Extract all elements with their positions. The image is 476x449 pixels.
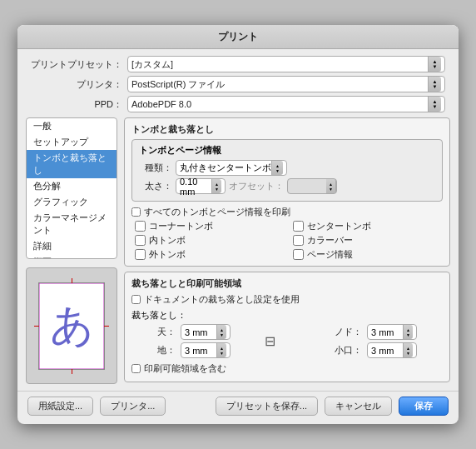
sidebar-item-general[interactable]: 一般 — [27, 118, 117, 134]
printer-label: プリンタ： — [31, 78, 122, 91]
printer-arrows[interactable] — [428, 77, 441, 92]
bleed-section: 裁ち落とし： 天： 3 mm ⊟ ノド： 3 mm 地： — [131, 309, 443, 358]
right-input[interactable]: 3 mm — [367, 324, 417, 340]
print-dialog: プリント プリントプリセット： [カスタム] プリンタ： PostScript(… — [17, 25, 459, 424]
bleed-section-label: 裁ち落とし： — [131, 309, 443, 322]
sidebar: 一般 セットアップ トンボと裁ち落とし 色分解 グラフィック カラーマネージメン… — [26, 117, 117, 384]
printer-button[interactable]: プリンタ... — [100, 397, 166, 416]
preview-char: あ — [50, 304, 94, 347]
bleed-panel: 裁ち落としと印刷可能領域 ドキュメントの裁ち落とし設定を使用 裁ち落とし： 天：… — [124, 272, 450, 382]
link-icon: ⊟ — [261, 333, 278, 349]
sidebar-item-summary[interactable]: 概要 — [27, 254, 117, 259]
all-marks-checkbox[interactable] — [131, 207, 141, 217]
preset-row: プリントプリセット： [カスタム] — [31, 56, 445, 72]
corner-marks-checkbox[interactable] — [135, 221, 146, 232]
type-arrows[interactable] — [271, 161, 283, 175]
offset-arrows[interactable] — [326, 179, 336, 193]
ppd-arrows[interactable] — [428, 97, 441, 112]
color-bar-label: カラーバー — [307, 234, 353, 247]
doc-bleed-label: ドキュメントの裁ち落とし設定を使用 — [144, 293, 300, 306]
ppd-row: PPD： AdobePDF 8.0 — [31, 96, 445, 112]
printer-row: プリンタ： PostScript(R) ファイル — [31, 76, 445, 92]
sidebar-item-color-mgmt[interactable]: カラーマネージメント — [27, 210, 117, 238]
preset-label: プリントプリセット： — [31, 58, 122, 71]
type-select[interactable]: 丸付きセンタートンボ — [176, 160, 287, 176]
top-arrows[interactable] — [216, 325, 226, 339]
doc-bleed-row: ドキュメントの裁ち落とし設定を使用 — [131, 293, 443, 306]
right-panel: トンボと裁ち落とし トンボとページ情報 種類： 丸付きセンタートンボ 太さ： 0… — [117, 117, 450, 384]
save-preset-button[interactable]: プリセットを保存... — [216, 397, 318, 416]
inner-marks-label: 内トンボ — [149, 234, 186, 247]
type-label: 種類： — [139, 162, 172, 174]
bottom-input[interactable]: 3 mm — [181, 342, 231, 358]
preview-area: あ — [26, 267, 117, 384]
thickness-input[interactable]: 0.10 mm — [176, 178, 226, 194]
thickness-label: 太さ： — [139, 180, 172, 192]
corner-marks-label: コーナートンボ — [149, 220, 213, 232]
bottom-bar: 用紙設定... プリンタ... プリセットを保存... キャンセル 保存 — [17, 391, 459, 424]
sidebar-list: 一般 セットアップ トンボと裁ち落とし 色分解 グラフィック カラーマネージメン… — [26, 117, 117, 259]
right-label: ノド： — [309, 326, 362, 338]
bleed-panel-title: 裁ち落としと印刷可能領域 — [131, 277, 443, 290]
printable-area-label: 印刷可能領域を含む — [144, 362, 226, 375]
checkboxes-grid: コーナートンボ センタートンボ 内トンボ カラーバー — [131, 220, 443, 261]
marks-inner-title: トンボとページ情報 — [139, 144, 435, 157]
left-label: 小口： — [309, 344, 362, 357]
preview-inner: あ — [38, 282, 105, 370]
sidebar-item-setup[interactable]: セットアップ — [27, 134, 117, 150]
sidebar-item-color-sep[interactable]: 色分解 — [27, 178, 117, 194]
marks-inner-box: トンボとページ情報 種類： 丸付きセンタートンボ 太さ： 0.10 mm — [131, 139, 443, 202]
sidebar-item-graphics[interactable]: グラフィック — [27, 194, 117, 210]
save-button[interactable]: 保存 — [399, 397, 449, 416]
paper-setup-button[interactable]: 用紙設定... — [27, 397, 93, 416]
top-fields: プリントプリセット： [カスタム] プリンタ： PostScript(R) ファ… — [17, 49, 459, 117]
center-marks-checkbox[interactable] — [293, 221, 304, 232]
marks-panel: トンボと裁ち落とし トンボとページ情報 種類： 丸付きセンタートンボ 太さ： 0… — [124, 117, 450, 267]
center-marks-item: センタートンボ — [293, 220, 443, 232]
bottom-label: 地： — [131, 344, 176, 357]
sidebar-item-marks[interactable]: トンボと裁ち落とし — [27, 150, 117, 178]
offset-input — [287, 178, 337, 194]
all-marks-row: すべてのトンボとページ情報を印刷 — [131, 206, 443, 218]
main-content: 一般 セットアップ トンボと裁ち落とし 色分解 グラフィック カラーマネージメン… — [17, 117, 459, 391]
printer-select[interactable]: PostScript(R) ファイル — [127, 76, 445, 92]
right-arrows[interactable] — [403, 325, 413, 339]
top-label: 天： — [131, 326, 176, 338]
type-row: 種類： 丸付きセンタートンボ — [139, 160, 435, 176]
sidebar-item-details[interactable]: 詳細 — [27, 238, 117, 254]
thickness-row: 太さ： 0.10 mm オフセット： — [139, 178, 435, 194]
page-info-item: ページ情報 — [293, 248, 443, 261]
printable-area-checkbox[interactable] — [131, 364, 141, 373]
center-marks-label: センタートンボ — [307, 220, 371, 232]
marks-panel-title: トンボと裁ち落とし — [131, 123, 443, 136]
inner-marks-checkbox[interactable] — [135, 235, 146, 246]
ppd-select[interactable]: AdobePDF 8.0 — [127, 96, 445, 112]
printable-area-row: 印刷可能領域を含む — [131, 362, 443, 375]
all-marks-label: すべてのトンボとページ情報を印刷 — [144, 206, 290, 218]
thickness-arrows[interactable] — [211, 179, 221, 193]
page-info-checkbox[interactable] — [293, 249, 304, 260]
color-bar-checkbox[interactable] — [293, 235, 304, 246]
dialog-title: プリント — [17, 25, 459, 49]
preset-arrows[interactable] — [428, 57, 441, 72]
outer-marks-checkbox[interactable] — [135, 249, 146, 260]
left-input[interactable]: 3 mm — [367, 342, 417, 358]
color-bar-item: カラーバー — [293, 234, 443, 247]
corner-marks-item: コーナートンボ — [135, 220, 285, 232]
page-info-label: ページ情報 — [307, 248, 353, 261]
outer-marks-label: 外トンボ — [149, 248, 186, 261]
cancel-button[interactable]: キャンセル — [325, 397, 392, 416]
bottom-arrows[interactable] — [216, 343, 226, 357]
bleed-grid: 天： 3 mm ⊟ ノド： 3 mm 地： 3 mm — [131, 324, 443, 358]
ppd-label: PPD： — [31, 98, 122, 111]
left-arrows[interactable] — [403, 343, 413, 357]
inner-marks-item: 内トンボ — [135, 234, 285, 247]
offset-label: オフセット： — [229, 180, 284, 192]
top-input[interactable]: 3 mm — [181, 324, 231, 340]
doc-bleed-checkbox[interactable] — [131, 295, 141, 304]
outer-marks-item: 外トンボ — [135, 248, 285, 261]
preset-select[interactable]: [カスタム] — [127, 56, 445, 72]
